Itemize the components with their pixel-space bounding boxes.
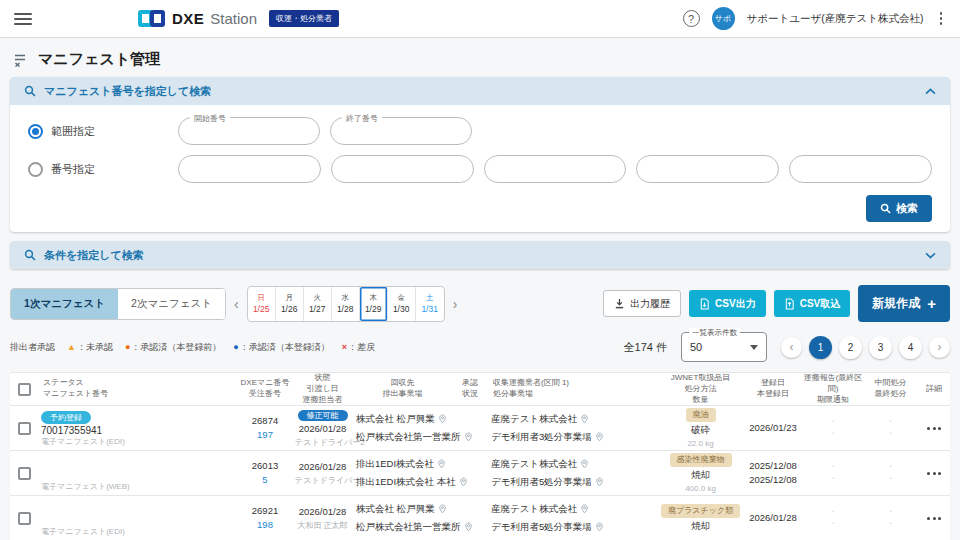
help-icon[interactable]: ?	[683, 10, 700, 27]
condition-search-panel: 条件を指定して検索	[10, 241, 950, 269]
number-field-5	[789, 155, 932, 183]
search-button[interactable]: 検索	[866, 195, 932, 222]
chevron-up-icon[interactable]	[925, 88, 936, 95]
disposal-site: デモ利用者3処分事業場	[491, 428, 592, 446]
order-number-link[interactable]: 198	[257, 519, 273, 530]
page-title: マニフェスト管理	[38, 50, 160, 69]
mid-disposal: ・	[863, 506, 918, 519]
location-pin-icon[interactable]	[595, 477, 604, 487]
manifest-type: 電子マニフェスト(EDI)	[41, 526, 235, 537]
registration-date: 2025/12/08	[743, 459, 803, 473]
menu-icon[interactable]	[14, 13, 32, 25]
day-cell[interactable]: 月1/26	[276, 287, 304, 321]
number-input-4[interactable]	[637, 156, 778, 182]
page-button[interactable]: 1	[809, 336, 832, 359]
number-input-5[interactable]	[790, 156, 931, 182]
day-cell[interactable]: 金1/30	[388, 287, 416, 321]
number-field-4	[636, 155, 779, 183]
page-button[interactable]: 4	[899, 336, 922, 359]
page-next-icon[interactable]: ›	[929, 337, 950, 358]
number-search-panel: マニフェスト番号を指定して検索 範囲指定 開始番号 終了番号	[10, 77, 950, 232]
collect-company: 排出1EDI株式会社	[356, 455, 434, 473]
day-cell-selected[interactable]: 木1/29	[360, 287, 388, 321]
page-prev-icon[interactable]: ‹	[781, 337, 802, 358]
location-pin-icon[interactable]	[438, 414, 447, 424]
legend-item: ●：承認済（本登録済）	[233, 341, 329, 354]
number-radio[interactable]: 番号指定	[28, 162, 178, 177]
table-row: 電子マニフェスト(WEB) 26013 5 2026/01/28 テストドライバ…	[10, 451, 950, 496]
driver-name: テストドライバー1	[295, 475, 350, 487]
location-pin-icon[interactable]	[437, 459, 446, 469]
range-radio[interactable]: 範囲指定	[28, 124, 178, 139]
radio-selected-icon[interactable]	[28, 124, 43, 139]
row-detail-button[interactable]	[918, 511, 950, 526]
end-number-label: 終了番号	[342, 113, 382, 124]
select-all-checkbox[interactable]	[18, 383, 31, 396]
page-size-select[interactable]: 一覧表示件数 50	[681, 332, 767, 362]
day-cell[interactable]: 火1/27	[304, 287, 332, 321]
item-badge: 感染性廃棄物	[670, 453, 732, 467]
number-input-3[interactable]	[485, 156, 626, 182]
transport-report: ・	[803, 461, 863, 474]
week-prev-icon[interactable]: ‹	[226, 296, 247, 312]
location-pin-icon[interactable]	[595, 432, 604, 442]
location-pin-icon[interactable]	[464, 522, 473, 532]
location-pin-icon[interactable]	[459, 477, 468, 487]
transporter: 産廃テスト株式会社	[491, 500, 577, 518]
page-button[interactable]: 2	[839, 336, 862, 359]
handover-date: 2026/01/28	[295, 505, 350, 519]
registration-date: 2026/01/23	[743, 421, 803, 435]
row-checkbox[interactable]	[18, 422, 31, 435]
dxe-number: 26874	[235, 414, 295, 428]
radio-unselected-icon[interactable]	[28, 162, 43, 177]
row-checkbox[interactable]	[18, 467, 31, 480]
number-input-2[interactable]	[332, 156, 473, 182]
row-detail-button[interactable]	[918, 421, 950, 436]
avatar[interactable]: サポ	[712, 7, 735, 30]
order-number-link[interactable]: 197	[257, 429, 273, 440]
table-header-row: ステータスマニフェスト番号 DXEマニ番号受注番号 状態引渡し日運搬担当者 回収…	[10, 372, 950, 406]
location-pin-icon[interactable]	[438, 504, 447, 514]
tab-primary-manifest[interactable]: 1次マニフェスト	[11, 289, 118, 319]
csv-import-button[interactable]: CSV取込	[774, 290, 851, 317]
registration-date: 2026/01/28	[743, 511, 803, 525]
create-new-button[interactable]: 新規作成 +	[858, 285, 950, 322]
tab-secondary-manifest[interactable]: 2次マニフェスト	[118, 289, 225, 319]
deadline-notice: ・	[803, 518, 863, 531]
csv-export-button[interactable]: CSV出力	[689, 290, 766, 317]
day-cell[interactable]: 水1/28	[332, 287, 360, 321]
location-pin-icon[interactable]	[595, 522, 604, 532]
condition-search-panel-header[interactable]: 条件を指定して検索	[10, 241, 950, 269]
chevron-down-icon[interactable]	[925, 252, 936, 259]
state-badge: 修正可能	[298, 410, 348, 421]
location-pin-icon[interactable]	[580, 414, 589, 424]
file-download-icon	[699, 298, 710, 310]
week-next-icon[interactable]: ›	[445, 296, 466, 312]
table-row: 電子マニフェスト(EDI) 26921 198 2026/01/28 大和田 正…	[10, 496, 950, 540]
day-cell[interactable]: 土1/31	[416, 287, 444, 321]
collect-company: 株式会社 松戸興業	[356, 410, 435, 428]
plus-icon: +	[927, 295, 936, 312]
number-input-1[interactable]	[179, 156, 320, 182]
disposal-method: 焼却	[658, 468, 743, 482]
page-button[interactable]: 3	[869, 336, 892, 359]
location-pin-icon[interactable]	[464, 432, 473, 442]
end-number-field: 終了番号	[330, 117, 472, 145]
handover-date: 2026/01/28	[295, 422, 350, 436]
row-detail-button[interactable]	[918, 466, 950, 481]
deadline-notice: ・	[803, 428, 863, 441]
number-search-title: マニフェスト番号を指定して検索	[44, 84, 211, 99]
location-pin-icon[interactable]	[580, 459, 589, 469]
day-cell[interactable]: 日1/25	[248, 287, 276, 321]
order-number-link[interactable]: 5	[262, 474, 267, 485]
more-menu-icon[interactable]	[936, 10, 947, 27]
export-history-button[interactable]: 出力履歴	[603, 290, 681, 317]
row-checkbox[interactable]	[18, 512, 31, 525]
week-strip: 日1/25 月1/26 火1/27 水1/28 木1/29 金1/30 土1/3…	[247, 286, 445, 322]
condition-search-title: 条件を指定して検索	[44, 248, 144, 263]
mid-disposal: ・	[863, 461, 918, 474]
transport-report: ・	[803, 416, 863, 429]
location-pin-icon[interactable]	[580, 504, 589, 514]
number-search-panel-header[interactable]: マニフェスト番号を指定して検索	[10, 77, 950, 105]
manifest-manage-icon	[14, 53, 30, 67]
